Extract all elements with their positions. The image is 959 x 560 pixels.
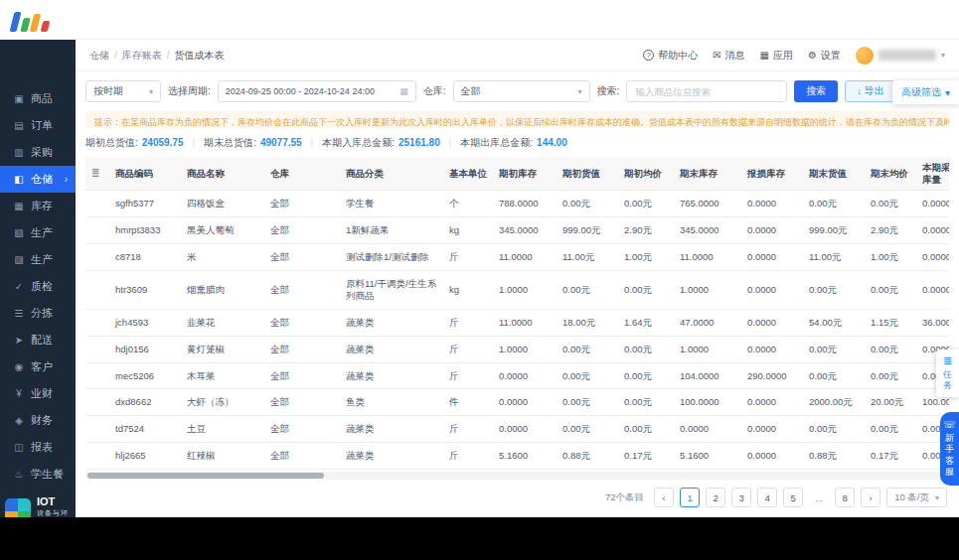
top-bar: 仓储/库存账表/货值成本表 ?帮助中心✉消息▦应用⚙设置▾ (76, 40, 959, 71)
table-row[interactable]: htr3609烟熏腊肉全部原料11/干调类/生生系列商品kg1.00000.00… (85, 271, 949, 310)
table-row[interactable]: hmrpt3833黑美人葡萄全部1新鲜蔬果kg345.0000999.00元2.… (85, 217, 949, 244)
page-button-2[interactable]: 2 (706, 488, 725, 507)
cell: 0.00元 (803, 271, 865, 310)
cell: 290.0000 (741, 362, 803, 389)
sidebar-item-production-2[interactable]: ▨生产 (0, 246, 76, 273)
app-logo (12, 8, 49, 32)
messages-button[interactable]: ✉消息 (713, 49, 744, 63)
cell: 0.00元 (618, 191, 674, 217)
cell: 全部 (264, 362, 340, 389)
warehouse-select[interactable]: 全部 ▾ (453, 80, 590, 102)
column-header: 期初均价 (618, 157, 674, 191)
page-ellipsis[interactable]: ... (809, 488, 829, 507)
cell: 5.1600 (493, 443, 557, 470)
search-input[interactable] (626, 80, 787, 102)
cell: 0.00元 (618, 271, 674, 310)
sidebar-item-sorting[interactable]: ☰分拣 (0, 300, 76, 327)
iot-title: IOT (37, 495, 71, 508)
sidebar-item-quality[interactable]: ✓质检 (0, 273, 76, 300)
cell: 11.0000 (674, 244, 741, 271)
page-button-3[interactable]: 3 (731, 488, 751, 507)
breadcrumb-item[interactable]: 货值成本表 (175, 49, 225, 63)
delivery-icon: ➤ (13, 335, 25, 346)
column-settings[interactable]: ≣ (85, 157, 109, 191)
sidebar-item-finance[interactable]: ◈财务 (0, 407, 76, 434)
table-row[interactable]: dxd8662大虾（冻）全部鱼类件0.00000.00元0.00元100.000… (85, 389, 949, 416)
sidebar-item-reports[interactable]: ◫报表 (0, 434, 76, 461)
horizontal-scrollbar[interactable] (85, 472, 949, 480)
cell: 1.15元 (865, 309, 916, 336)
sidebar-item-student-meals[interactable]: ♨学生餐 (0, 461, 76, 488)
task-float-button[interactable]: ≣ 任务 (936, 350, 959, 397)
sidebar-item-warehouse[interactable]: ◧仓储› (0, 166, 76, 193)
page-button-5[interactable]: 5 (783, 488, 803, 507)
user-menu[interactable]: ▾ (856, 47, 945, 65)
customers-icon: ◉ (13, 361, 25, 372)
chevron-down-icon: ▾ (941, 51, 945, 60)
column-header: 商品分类 (340, 157, 443, 191)
page-button-4[interactable]: 4 (757, 488, 777, 507)
cell: 5.1600 (674, 443, 741, 470)
sidebar-item-customers[interactable]: ◉客户 (0, 353, 76, 380)
help-center-button[interactable]: ?帮助中心 (643, 49, 698, 63)
table-row[interactable]: c8718米全部测试删除1/测试删除斤11.000011.00元1.00元11.… (85, 244, 949, 271)
table-row[interactable]: hdj0156黄灯笼椒全部蔬菜类斤1.00000.00元0.00元1.00000… (85, 336, 949, 362)
sidebar-item-inventory[interactable]: ▦库存 (0, 193, 76, 219)
breadcrumb-item[interactable]: 库存账表 (122, 49, 162, 63)
cell: 0.00元 (803, 416, 865, 443)
sidebar-item-goods[interactable]: ▣商品 (0, 85, 76, 112)
summary-bar: 期初总货值:24059.75|期末总货值:49077.55|本期入库总金额:25… (76, 128, 959, 157)
search-button[interactable]: 搜索 (794, 80, 838, 102)
table-row[interactable]: mec5206木耳菜全部蔬菜类斤0.00000.00元0.00元104.0000… (85, 362, 949, 389)
settings-button[interactable]: ⚙设置 (808, 49, 841, 63)
table-row[interactable]: sgfh5377四格饭盒全部学生餐个788.00000.00元0.00元765.… (85, 191, 949, 217)
date-range-input[interactable]: 2024-09-25 00:00 - 2024-10-24 24:00 ▦ (218, 80, 416, 102)
table-row[interactable]: td7524土豆全部蔬菜类斤0.00000.00元0.00元0.00000.00… (85, 416, 949, 443)
messages-icon: ✉ (713, 51, 720, 61)
summary-item: 本期入库总金额:25161.80 (322, 136, 440, 150)
cell: 斤 (443, 336, 493, 362)
export-button[interactable]: ↓ 导出 (845, 80, 896, 102)
sidebar-item-delivery[interactable]: ➤配送 (0, 327, 76, 353)
column-settings-icon[interactable]: ≣ (91, 167, 99, 178)
cell: 全部 (264, 336, 340, 362)
cell: 0.00元 (865, 191, 916, 217)
cell: 斤 (443, 416, 493, 443)
row-leading-cell (85, 217, 109, 244)
scrollbar-thumb[interactable] (87, 473, 324, 479)
period-type-select[interactable]: 按时期 ▾ (85, 80, 161, 102)
sidebar-item-orders[interactable]: ▤订单 (0, 112, 76, 139)
cell: htr3609 (109, 271, 181, 310)
cell: 0.0000 (741, 244, 803, 271)
action-label: 消息 (725, 49, 745, 63)
sidebar-item-production-1[interactable]: ▧生产 (0, 219, 76, 246)
customer-service-button[interactable]: ☏ 新手客服 (940, 412, 959, 486)
breadcrumb-item[interactable]: 仓储 (89, 49, 109, 63)
cell: 全部 (264, 389, 340, 416)
table-row[interactable]: jch4593韭菜花全部蔬菜类斤11.000018.00元1.64元47.000… (85, 309, 949, 336)
cell: 黄灯笼椒 (181, 336, 264, 362)
row-leading-cell (85, 309, 109, 336)
advanced-filter-toggle[interactable]: 高级筛选 ▾ (892, 80, 959, 104)
student-meals-icon: ♨ (13, 469, 25, 480)
advanced-filter-label: 高级筛选 (901, 85, 941, 99)
apps-button[interactable]: ▦应用 (760, 49, 793, 63)
page-size-select[interactable]: 10 条/页▾ (886, 488, 947, 507)
cell: 全部 (264, 443, 340, 470)
page-button-1[interactable]: 1 (680, 488, 700, 507)
cell: 0.00元 (557, 416, 618, 443)
cell: 原料11/干调类/生生系列商品 (340, 271, 443, 310)
page-button-8[interactable]: 8 (835, 488, 855, 507)
app-window: ▣商品▤订单▥采购◧仓储›▦库存▧生产▨生产✓质检☰分拣➤配送◉客户¥业财◈财务… (0, 0, 959, 517)
next-page-button[interactable]: › (861, 488, 880, 507)
warehouse-label: 仓库: (423, 84, 446, 98)
cell: 1.00元 (618, 244, 674, 271)
table-row[interactable]: hlj2665红辣椒全部蔬菜类斤5.16000.88元0.17元5.16000.… (85, 443, 949, 470)
sidebar-item-label: 仓储 (31, 172, 53, 187)
sidebar-item-business-finance[interactable]: ¥业财 (0, 380, 76, 407)
prev-page-button[interactable]: ‹ (654, 488, 674, 507)
summary-label: 期初总货值: (85, 136, 138, 150)
cell: 0.00元 (557, 191, 618, 217)
sidebar-item-purchase[interactable]: ▥采购 (0, 139, 76, 166)
cell: 0.00元 (618, 336, 674, 362)
